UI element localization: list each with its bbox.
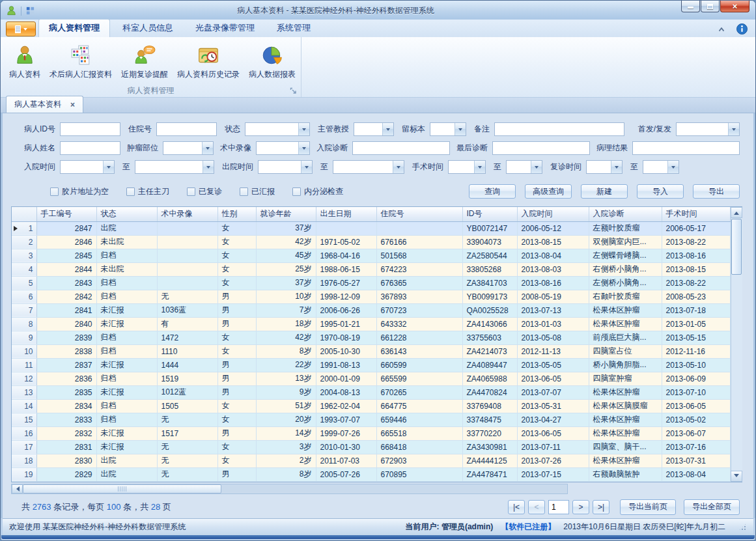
cell-admit-dx[interactable]: 四脑室肿瘤 [589, 372, 662, 385]
table-row[interactable]: 18 2830 出院 无 女 2岁 2011-07-03 672903 ZA44… [12, 454, 730, 467]
doc-tab-patient-basic-info[interactable]: 病人基本资料 × [6, 96, 83, 113]
tab-disc-video-management[interactable]: 光盘录像带管理 [186, 20, 264, 37]
cell-sex[interactable]: 女 [217, 276, 256, 290]
specimen-select[interactable] [430, 122, 466, 136]
cell-id[interactable]: ZA4065988 [462, 372, 517, 385]
cell-surgery-time[interactable]: 2013-08-15 [662, 262, 730, 276]
table-row[interactable]: 13 2835 未汇报 1012蓝 男 9岁 2004-08-13 670265… [12, 385, 730, 399]
cell-surgery-video[interactable]: 1444 [157, 358, 217, 372]
cell-admit-dx[interactable]: 松果体区肿瘤 [589, 303, 662, 317]
cell-id[interactable]: 33755603 [462, 331, 517, 344]
cell-inpatient-no[interactable]: 676166 [376, 235, 462, 249]
table-row[interactable]: 14 2834 归档 1505 女 51岁 1962-02-04 664775 … [12, 399, 730, 413]
surgery-time-to-select[interactable] [506, 160, 542, 174]
cell-age[interactable]: 37岁 [256, 221, 316, 235]
cell-surgery-time[interactable]: 2013-07-31 [662, 454, 730, 467]
cell-age[interactable]: 10岁 [256, 290, 316, 303]
cell-birth-date[interactable]: 2004-08-13 [316, 385, 376, 399]
cell-sex[interactable]: 女 [217, 399, 256, 413]
cell-surgery-time[interactable]: 2013-08-22 [662, 235, 730, 249]
cell-sex[interactable]: 男 [217, 358, 256, 372]
cell-age[interactable]: 7岁 [256, 303, 316, 317]
cell-id[interactable]: ZA3430981 [462, 440, 517, 454]
cell-status[interactable]: 归档 [96, 413, 157, 426]
cell-surgery-video[interactable]: 1472 [157, 331, 217, 344]
column-header-admit-dx[interactable]: 入院诊断 [589, 207, 662, 221]
checkbox-chief-surgeon[interactable]: 主任主刀 [126, 186, 169, 197]
cell-sex[interactable]: 女 [217, 262, 256, 276]
checkbox-reported[interactable]: 已汇报 [240, 186, 275, 197]
cell-surgery-video[interactable] [157, 262, 217, 276]
cell-admit-dx[interactable]: 左侧蝶骨嵴脑... [589, 249, 662, 262]
cell-sex[interactable]: 男 [217, 317, 256, 331]
cell-id[interactable]: ZA4143066 [462, 317, 517, 331]
cell-admit-dx[interactable]: 桥小脑角胆脂... [589, 358, 662, 372]
cell-age[interactable]: 3岁 [256, 440, 316, 454]
discharge-time-to-select[interactable] [333, 160, 404, 174]
close-tab-icon[interactable]: × [70, 101, 75, 109]
export-button[interactable]: 导出 [693, 184, 740, 199]
cell-admit-time[interactable]: 2012-11-13 [517, 344, 589, 358]
cell-birth-date[interactable]: 1962-02-04 [316, 399, 376, 413]
cell-id[interactable]: ZA4214073 [462, 344, 517, 358]
column-header-admit-time[interactable]: 入院时间 [517, 207, 589, 221]
ribbon-button-followup-reminder[interactable]: 近期复诊提醒 [117, 42, 173, 82]
v-scrollbar[interactable] [731, 207, 742, 482]
cell-birth-date[interactable]: 1970-08-19 [316, 331, 376, 344]
cell-age[interactable]: 51岁 [256, 399, 316, 413]
cell-manual-no[interactable]: 2833 [36, 413, 96, 426]
cell-birth-date[interactable]: 2006-06-26 [316, 303, 376, 317]
cell-admit-time[interactable]: 2013-07-15 [517, 467, 589, 481]
cell-admit-dx[interactable]: 松果体区肿瘤 [589, 426, 662, 440]
cell-admit-time[interactable]: 2013-06-05 [517, 426, 589, 440]
cell-sex[interactable]: 女 [217, 413, 256, 426]
cell-admit-time[interactable]: 2008-05-19 [517, 290, 589, 303]
cell-sex[interactable]: 女 [217, 344, 256, 358]
cell-admit-dx[interactable]: 右额颞脑脓肿 [589, 467, 662, 481]
cell-birth-date[interactable]: 1993-07-07 [316, 413, 376, 426]
cell-id[interactable]: 33770220 [462, 426, 517, 440]
cell-manual-no[interactable]: 2830 [36, 454, 96, 467]
cell-sex[interactable]: 女 [217, 249, 256, 262]
table-row[interactable]: 12 2836 归档 1519 男 13岁 2000-01-09 665599 … [12, 372, 730, 385]
query-button[interactable]: 查询 [469, 184, 516, 199]
table-row[interactable]: 2 2846 未出院 女 42岁 1971-05-02 676166 33904… [12, 235, 730, 249]
cell-admit-time[interactable]: 2013-07-11 [517, 440, 589, 454]
cell-id[interactable]: ZA2580544 [462, 249, 517, 262]
column-header-manual-no[interactable]: 手工编号 [36, 207, 96, 221]
cell-admit-dx[interactable]: 左额叶胶质瘤 [589, 221, 662, 235]
cell-admit-time[interactable]: 2013-07-13 [517, 303, 589, 317]
cell-surgery-video[interactable]: 无 [157, 413, 217, 426]
scroll-up-button[interactable] [731, 207, 742, 218]
cell-surgery-time[interactable]: 2013-01-05 [662, 317, 730, 331]
cell-id[interactable]: ZA4478471 [462, 467, 517, 481]
cell-age[interactable]: 37岁 [256, 276, 316, 290]
checkbox-endocrine-exam[interactable]: 内分泌检查 [292, 186, 343, 197]
tab-system-management[interactable]: 系统管理 [267, 20, 320, 37]
cell-surgery-time[interactable]: 2013-06-07 [662, 426, 730, 440]
cell-admit-time[interactable]: 2013-05-08 [517, 331, 589, 344]
cell-id[interactable]: ZA3841703 [462, 276, 517, 290]
cell-manual-no[interactable]: 2832 [36, 426, 96, 440]
cell-status[interactable]: 归档 [96, 331, 157, 344]
cell-admit-dx[interactable]: 右侧桥小脑角... [589, 262, 662, 276]
cell-sex[interactable]: 男 [217, 290, 256, 303]
cell-sex[interactable]: 男 [217, 467, 256, 481]
column-header-inpatient-no[interactable]: 住院号 [376, 207, 462, 221]
cell-status[interactable]: 归档 [96, 399, 157, 413]
cell-sex[interactable]: 女 [217, 454, 256, 467]
pager-last-button[interactable]: >| [593, 500, 609, 514]
status-select[interactable] [245, 122, 310, 136]
ribbon-button-patient-data[interactable]: 病人资料 [5, 42, 45, 82]
new-button[interactable]: 新建 [581, 184, 628, 199]
minimize-button[interactable] [681, 1, 700, 12]
cell-birth-date[interactable]: 2000-01-09 [316, 372, 376, 385]
cell-admit-dx[interactable]: 前颅底巨大脑... [589, 331, 662, 344]
cell-id[interactable]: 33805268 [462, 262, 517, 276]
cell-status[interactable]: 出院 [96, 467, 157, 481]
cell-age[interactable]: 14岁 [256, 426, 316, 440]
cell-id[interactable]: 33769408 [462, 399, 517, 413]
cell-manual-no[interactable]: 2836 [36, 372, 96, 385]
cell-inpatient-no[interactable]: 665518 [376, 426, 462, 440]
cell-manual-no[interactable]: 2844 [36, 262, 96, 276]
